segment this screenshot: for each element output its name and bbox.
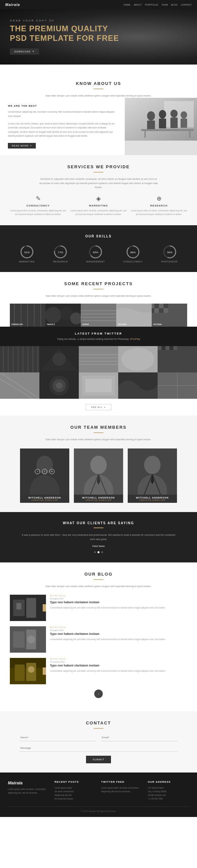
blog-thumb-1[interactable]: › bbox=[10, 595, 46, 621]
footer-bottom: © 2016 Mairala. All Rights Reserved. bbox=[8, 806, 189, 812]
blog-title: Our Blog bbox=[10, 571, 187, 577]
facebook-icon[interactable]: f bbox=[42, 469, 47, 474]
footer-post-1[interactable]: Lorem ipsum dolor bbox=[54, 787, 96, 789]
service-desc-research: Lorem ipsum dolor sit amet, consectetur … bbox=[131, 209, 187, 216]
testimonial-dot-3[interactable] bbox=[101, 551, 103, 553]
contact-submit-button[interactable]: Submit bbox=[86, 756, 111, 763]
twitter-icon[interactable]: t bbox=[35, 469, 40, 474]
blog-title-2[interactable]: Typo non habent claritatem insitam bbox=[50, 632, 187, 636]
photo-svg-4 bbox=[118, 346, 158, 372]
footer-post-3[interactable]: Adipiscing elit sed bbox=[54, 794, 96, 796]
project-thumb-4[interactable]: Texture bbox=[116, 304, 152, 327]
team-photo-1: t f in bbox=[20, 448, 69, 495]
footer-post-4[interactable]: Do eiusmod tempor bbox=[54, 798, 96, 800]
team-member-role-1: Creative Director bbox=[22, 499, 67, 501]
about-title: Know About Us bbox=[13, 81, 184, 86]
team-member-role-2: Creative Director bbox=[76, 499, 121, 501]
photo-cell-2[interactable] bbox=[39, 346, 79, 372]
svg-point-7 bbox=[170, 110, 178, 118]
hero-section: Grab your copy of The Premium QualityPSD… bbox=[0, 9, 197, 65]
team-grid: t f in Mitchell Anderson Creative Direct… bbox=[7, 448, 190, 503]
photo-cell-10[interactable] bbox=[158, 372, 197, 399]
testimonial-dot-2[interactable] bbox=[97, 551, 100, 553]
photo-svg-1 bbox=[0, 346, 39, 372]
nav-portfolio[interactable]: Portfolio bbox=[145, 4, 158, 6]
footer-post-2[interactable]: Sit amet consectetur bbox=[54, 790, 96, 793]
services-grid: ✎ Consultancy Lorem ipsum dolor sit amet… bbox=[10, 195, 187, 216]
photo-cell-5[interactable] bbox=[158, 346, 197, 372]
contact-message-input[interactable] bbox=[20, 745, 177, 752]
photo-cell-1[interactable] bbox=[0, 346, 39, 372]
blog-title-1[interactable]: Typo non habent claritatem insitam bbox=[50, 600, 187, 604]
contact-divider bbox=[93, 728, 104, 729]
svg-point-3 bbox=[147, 111, 155, 121]
project-thumb-2[interactable]: Pencils bbox=[45, 304, 81, 327]
navbar: Mairala Home About Portfolio Team Blog C… bbox=[0, 0, 197, 9]
svg-point-97 bbox=[90, 456, 107, 474]
blog-image-svg-1 bbox=[10, 595, 46, 621]
photo-cell-8[interactable] bbox=[79, 372, 118, 399]
team-avatar-2 bbox=[74, 448, 123, 495]
footer-address-3[interactable]: info@example.com bbox=[148, 794, 189, 796]
svg-rect-74 bbox=[158, 346, 162, 350]
nav-blog[interactable]: Blog bbox=[171, 4, 177, 6]
photo-cell-4[interactable] bbox=[118, 346, 158, 372]
photo-cell-9[interactable] bbox=[118, 372, 158, 399]
blog-content-1: Retro Blog 24 August 2016 Typo non haben… bbox=[50, 595, 187, 610]
project-thumb-5[interactable]: Pattern bbox=[152, 304, 187, 327]
blog-thumb-3[interactable]: › bbox=[10, 658, 46, 684]
about-content: We Are The Best Consectetuer adipiscing … bbox=[0, 98, 197, 155]
team-photo-2 bbox=[74, 448, 123, 495]
svg-rect-53 bbox=[163, 308, 168, 313]
team-member-name-1: Mitchell Anderson bbox=[22, 496, 67, 499]
photo-cell-6[interactable] bbox=[0, 372, 39, 399]
project-thumb-3[interactable]: Water bbox=[81, 304, 116, 327]
footer-address-title: Our Address bbox=[148, 780, 189, 783]
project-label-2: Pencils bbox=[47, 323, 55, 326]
footer-col-address: Our Address 123 Street Name City, Countr… bbox=[148, 780, 189, 801]
footer-logo: Mairala bbox=[8, 780, 49, 785]
about-read-more-button[interactable]: Read More bbox=[8, 143, 36, 149]
service-desc-marketing: Lorem ipsum dolor sit amet, consectetur … bbox=[70, 209, 127, 216]
testimonial-divider bbox=[93, 528, 104, 528]
svg-point-36 bbox=[45, 307, 62, 323]
skills-section: Our Skills 91% Marketing 77% Research 65… bbox=[0, 225, 197, 272]
linkedin-icon[interactable]: in bbox=[49, 469, 54, 474]
blog-content-2: Retro Blog 24 August 2016 Typo non haben… bbox=[50, 626, 187, 642]
svg-rect-54 bbox=[0, 346, 39, 372]
hero-download-button[interactable]: Download bbox=[10, 49, 39, 55]
svg-rect-78 bbox=[173, 346, 177, 350]
services-divider bbox=[93, 172, 104, 173]
project-label-1: Paperclips bbox=[11, 323, 23, 326]
nav-team[interactable]: Team bbox=[162, 4, 168, 6]
svg-rect-4 bbox=[147, 121, 155, 130]
nav-contact[interactable]: Contact bbox=[181, 4, 192, 6]
svg-rect-48 bbox=[159, 304, 163, 308]
team-divider bbox=[93, 432, 104, 433]
nav-logo[interactable]: Mairala bbox=[5, 3, 20, 7]
contact-email-input[interactable] bbox=[101, 734, 177, 741]
nav-home[interactable]: Home bbox=[123, 4, 130, 6]
contact-name-input[interactable] bbox=[20, 734, 96, 741]
projects-title: Some Recent Projects bbox=[10, 281, 187, 286]
photo-cell-3[interactable] bbox=[79, 346, 118, 372]
see-all-button[interactable]: See All bbox=[86, 404, 112, 410]
svg-rect-70 bbox=[79, 364, 118, 365]
twitter-link[interactable]: #FurrPlay bbox=[130, 338, 140, 340]
team-name-box-1: Mitchell Anderson Creative Director bbox=[20, 495, 69, 503]
project-label-3: Water bbox=[82, 323, 89, 326]
nav-about[interactable]: About bbox=[134, 4, 142, 6]
project-thumb-1[interactable]: Paperclips bbox=[10, 304, 45, 327]
photo-cell-7[interactable] bbox=[39, 372, 79, 399]
service-item-marketing: ◈ Marketing Lorem ipsum dolor sit amet, … bbox=[70, 195, 127, 216]
blog-thumb-2[interactable] bbox=[10, 626, 46, 653]
svg-rect-41 bbox=[81, 313, 116, 314]
blog-category-3: Retro Blog bbox=[50, 658, 187, 660]
about-section: Know About Us Nam liber tempor cum solut… bbox=[0, 65, 197, 155]
svg-text:77%: 77% bbox=[58, 251, 63, 254]
blog-title-3[interactable]: Typo non habent claritatem insitam bbox=[50, 664, 187, 668]
pagination-button[interactable]: ↓ bbox=[94, 689, 103, 698]
testimonial-dot-1[interactable] bbox=[94, 551, 96, 553]
blog-item-2: Retro Blog 24 August 2016 Typo non haben… bbox=[10, 626, 187, 653]
service-item-consultancy: ✎ Consultancy Lorem ipsum dolor sit amet… bbox=[10, 195, 66, 216]
